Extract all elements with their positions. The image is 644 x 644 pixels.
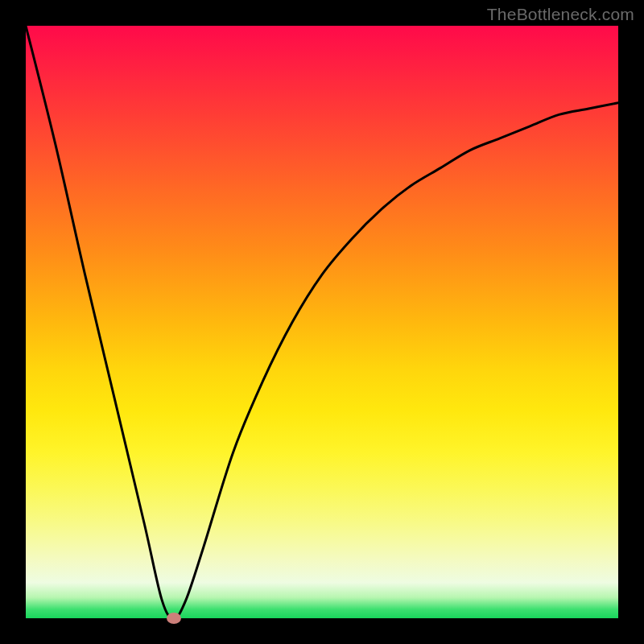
minimum-marker [167, 613, 181, 624]
bottleneck-curve [26, 26, 618, 618]
watermark-text: TheBottleneck.com [487, 5, 634, 24]
plot-area [26, 26, 618, 618]
chart-frame: TheBottleneck.com [0, 0, 644, 644]
